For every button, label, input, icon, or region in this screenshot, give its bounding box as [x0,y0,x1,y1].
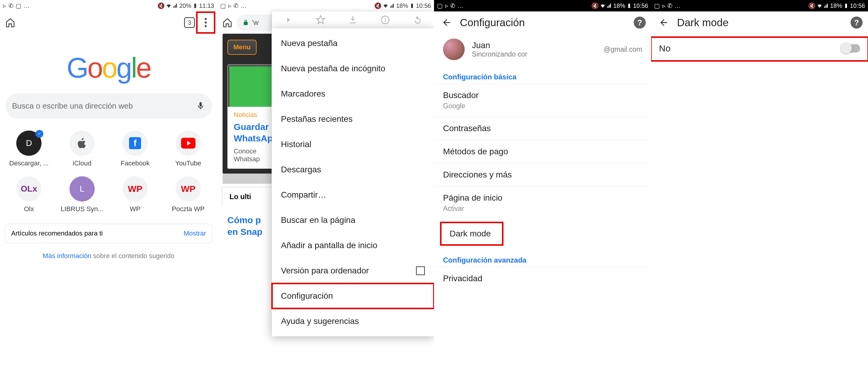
search-placeholder: Busca o escribe una dirección web [12,101,196,111]
row-addresses[interactable]: Direcciones y más [434,163,651,186]
account-row[interactable]: Juan Sincronizando cor @gmail.com [434,34,651,65]
clock: 11:13 [199,2,214,9]
more-menu-button[interactable] [197,13,214,32]
help-icon[interactable]: ? [850,17,863,29]
menu-downloads[interactable]: Descargas [272,157,434,182]
battery-icon [843,3,849,8]
section-basic: Configuración básica [434,65,651,84]
account-status: Sincronizando cor [472,50,596,58]
avatar [443,38,465,60]
menu-find-in-page[interactable]: Buscar en la página [272,207,434,233]
show-link[interactable]: Mostrar [183,229,206,237]
help-icon[interactable]: ? [634,17,646,29]
wp-icon: WP [128,184,142,194]
account-name: Juan [472,41,596,50]
more-info-link[interactable]: Más información [43,252,91,260]
tile-librus[interactable]: L LIBRUS Syn... [56,176,109,213]
tab-switcher[interactable]: 3 [184,17,195,28]
quick-tiles: D Descargar, ... iCloud f Facebook YouTu… [2,131,215,213]
search-bar[interactable]: Busca o escribe una dirección web [5,93,212,119]
signal-icon [390,3,395,8]
status-bar: ▢ ▹ ✆ ... 🔇 18% 10:56 [651,0,868,11]
suggested-content-note: Más información sobre el contenido suger… [0,252,217,260]
menu-share[interactable]: Compartir… [272,182,434,207]
menu-help[interactable]: Ayuda y sugerencias [272,309,434,334]
screen-4-dark-mode: ▢ ▹ ✆ ... 🔇 18% 10:56 Dark mode ? No [651,0,868,385]
wifi-icon [166,3,172,8]
home-icon[interactable] [220,15,235,30]
menu-bookmarks[interactable]: Marcadores [272,81,434,106]
tile-poczta-wp[interactable]: WP Poczta WP [162,176,215,213]
battery-icon [626,3,632,8]
download-icon[interactable] [348,15,358,25]
checkbox-icon[interactable] [416,266,425,275]
signal-icon [607,3,612,8]
google-logo: Google [66,52,150,84]
status-right: 🔇 20% 11:13 [157,2,214,9]
status-left-icons: ▹ ✆ ▢ ... [3,2,29,9]
menu-add-home[interactable]: Añadir a pantalla de inicio [272,233,434,258]
status-bar: ▹ ✆ ▢ ... 🔇 20% 11:13 [0,0,217,11]
chrome-menu-dropdown: Nueva pestaña Nueva pestaña de incógnito… [272,28,434,336]
page-menu-button[interactable]: Menu [227,40,256,55]
row-dark-mode[interactable]: Dark mode [441,222,503,245]
tile-olx[interactable]: OLx Olx [2,176,56,213]
row-privacy[interactable]: Privacidad [434,267,651,290]
darkmode-header: Dark mode ? [651,11,868,34]
mute-icon: 🔇 [591,2,599,9]
forward-icon[interactable] [283,15,293,25]
toggle-label: No [659,43,841,54]
back-icon[interactable] [657,15,671,30]
row-passwords[interactable]: Contraseñas [434,117,651,140]
svg-point-5 [385,18,386,19]
settings-header: Configuración ? [434,11,651,34]
row-homepage[interactable]: Página de inicioActivar [434,187,651,219]
svg-rect-6 [385,20,386,22]
svg-point-2 [205,25,207,27]
chrome-toolbar: 3 [0,11,217,34]
page-title: Configuración [460,17,628,29]
tile-descargar[interactable]: D Descargar, ... [2,131,56,167]
refresh-icon[interactable] [413,15,423,25]
verified-check-icon [35,130,43,138]
status-bar: ▢ ▹ ✆ ... 🔇 18% 10:56 [217,0,434,11]
page-title: Dark mode [677,17,844,29]
tile-wp[interactable]: WP WP [108,176,162,213]
lock-icon [242,19,249,26]
menu-incognito[interactable]: Nueva pestaña de incógnito [272,56,434,81]
apple-icon [76,137,88,149]
svg-point-1 [205,22,207,24]
status-bar: ▢ ▹ ✆ ... 🔇 18% 10:56 [434,0,651,11]
info-icon[interactable] [380,15,391,25]
menu-new-tab[interactable]: Nueva pestaña [272,31,434,56]
mute-icon: 🔇 [808,2,816,9]
row-payment[interactable]: Métodos de pago [434,140,651,163]
menu-recent-tabs[interactable]: Pestañas recientes [272,106,434,132]
tile-icloud[interactable]: iCloud [56,131,109,167]
row-search-engine[interactable]: BuscadorGoogle [434,84,651,117]
home-icon[interactable] [3,15,18,30]
screen-3-settings: ▢ ▹ ✆ ... 🔇 18% 10:56 Configuración ? Ju… [434,0,651,385]
mic-icon[interactable] [196,100,205,111]
account-email: @gmail.com [603,45,642,54]
star-icon[interactable] [315,15,326,25]
youtube-icon [181,138,195,149]
tile-youtube[interactable]: YouTube [162,131,215,167]
recommended-articles-card[interactable]: Artículos recomendados para ti Mostrar [5,224,212,243]
dark-mode-toggle-row[interactable]: No [651,37,868,61]
menu-settings[interactable]: Configuración [272,283,434,309]
mute-icon: 🔇 [374,2,382,9]
wifi-icon [383,3,388,8]
menu-header-row [272,11,434,28]
screen-2-menu-overlay: ▢ ▹ ✆ ... 🔇 18% 10:56 'w Menu Noticias G… [217,0,434,385]
section-advanced: Configuración avanzada [434,248,651,267]
back-icon[interactable] [439,15,454,30]
tile-facebook[interactable]: f Facebook [108,131,162,167]
svg-point-0 [205,18,207,20]
menu-desktop-site[interactable]: Versión para ordenador [272,258,434,283]
menu-history[interactable]: Historial [272,132,434,157]
facebook-icon: f [129,137,141,149]
battery-percent: 20% [179,2,191,9]
toggle-switch[interactable] [841,44,860,53]
wifi-icon [600,3,606,8]
